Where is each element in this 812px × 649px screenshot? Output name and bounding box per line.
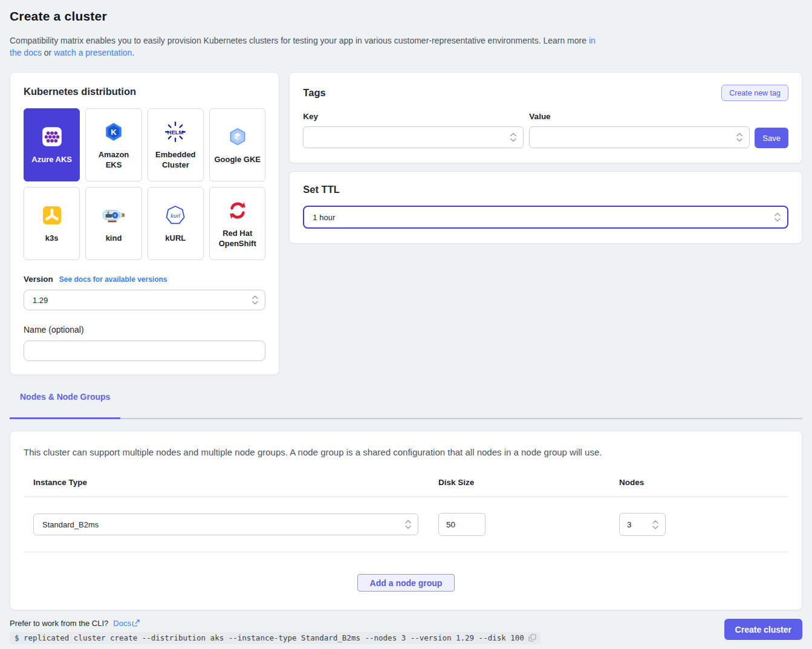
table-divider [24,552,788,552]
azure-aks-icon [41,125,63,148]
version-docs-link[interactable]: See docs for available versions [59,275,167,284]
helm-icon: HELM [164,120,187,143]
tab-label: Nodes & Node Groups [20,392,110,402]
tile-kind[interactable]: kind [85,187,141,260]
save-tag-button[interactable]: Save [755,128,788,148]
kurl-icon: kurl [164,204,187,227]
node-group-row: Standard_B2ms 3 [24,497,788,552]
copy-icon[interactable] [528,634,536,642]
tile-label: kURL [165,233,186,243]
add-node-group-button[interactable]: Add a node group [357,574,455,592]
column-header-instance-type: Instance Type [33,478,418,487]
tile-label: Amazon EKS [89,149,137,170]
distribution-title: Kubernetes distribution [24,86,265,97]
version-select[interactable]: 1.29 [24,290,265,310]
tab-nodes-node-groups[interactable]: Nodes & Node Groups [10,391,120,418]
set-ttl-card: Set TTL 1 hour [289,171,802,244]
create-new-tag-button[interactable]: Create new tag [721,85,788,101]
ttl-select-value: 1 hour [313,213,335,222]
tag-key-select[interactable] [303,126,524,148]
tile-kurl[interactable]: kurl kURL [148,187,204,260]
cli-command-text: $ replicated cluster create --distributi… [15,633,524,642]
tags-card: Tags Create new tag Key Value [289,72,802,163]
tile-amazon-eks[interactable]: K Amazon EKS [85,108,141,181]
tile-embedded-cluster[interactable]: HELM Embedded Cluster [148,108,204,181]
create-cluster-page: Create a cluster Compatibility matrix en… [0,0,812,644]
amazon-eks-icon: K [102,120,125,143]
version-select-value: 1.29 [33,296,48,305]
tag-key-label: Key [303,112,524,121]
node-groups-table: Instance Type Disk Size Nodes Standard_B… [24,478,788,552]
external-link-icon [132,619,140,627]
node-groups-card: This cluster can support multiple nodes … [10,431,802,610]
instance-type-select[interactable]: Standard_B2ms [33,514,418,535]
column-header-nodes: Nodes [619,478,788,487]
column-header-disk-size: Disk Size [438,478,619,487]
tile-azure-aks[interactable]: Azure AKS [24,108,80,181]
tag-value-select[interactable] [529,126,750,148]
cli-docs-link[interactable]: Docs [113,619,140,628]
nodes-value: 3 [627,520,632,529]
svg-text:kurl: kurl [171,212,181,219]
tags-title: Tags [303,87,325,99]
disk-size-input[interactable] [438,513,486,536]
node-groups-description: This cluster can support multiple nodes … [24,447,788,457]
instance-type-value: Standard_B2ms [42,520,99,529]
description-text: Compatibility matrix enables you to easi… [10,36,589,45]
tab-bar: Nodes & Node Groups [10,391,802,419]
tag-value-label: Value [529,112,750,121]
svg-text:HELM: HELM [167,128,184,135]
ttl-title: Set TTL [303,184,788,195]
page-description: Compatibility matrix enables you to easi… [10,34,605,59]
tile-google-gke[interactable]: Google GKE [209,108,265,181]
cli-command-block: $ replicated cluster create --distributi… [10,632,541,644]
nodes-stepper[interactable]: 3 [619,513,666,536]
tile-label: Red Hat OpenShift [213,228,261,249]
openshift-icon [226,199,249,222]
footer: Prefer to work from the CLI? Docs $ repl… [10,619,802,644]
tile-label: Embedded Cluster [152,149,200,170]
k3s-icon [41,204,63,227]
kubernetes-distribution-card: Kubernetes distribution [10,72,279,375]
tile-redhat-openshift[interactable]: Red Hat OpenShift [209,187,265,260]
tile-label: k3s [45,233,59,243]
distribution-tile-grid: Azure AKS K Amazon EKS [24,108,265,260]
tile-k3s[interactable]: k3s [24,187,80,260]
tile-label: kind [106,233,122,243]
svg-text:K: K [111,127,117,136]
cluster-name-input[interactable] [24,341,265,361]
cli-prompt-text: Prefer to work from the CLI? [10,619,108,628]
google-gke-icon [226,125,249,148]
kind-icon [102,204,125,227]
watch-presentation-link[interactable]: watch a presentation [54,48,132,57]
create-cluster-button[interactable]: Create cluster [724,619,802,640]
cluster-name-label: Name (optional) [24,325,265,334]
ttl-select[interactable]: 1 hour [303,206,788,229]
version-label: Version [24,275,53,284]
tile-label: Azure AKS [31,154,72,165]
page-title: Create a cluster [10,9,802,24]
tile-label: Google GKE [214,154,261,165]
